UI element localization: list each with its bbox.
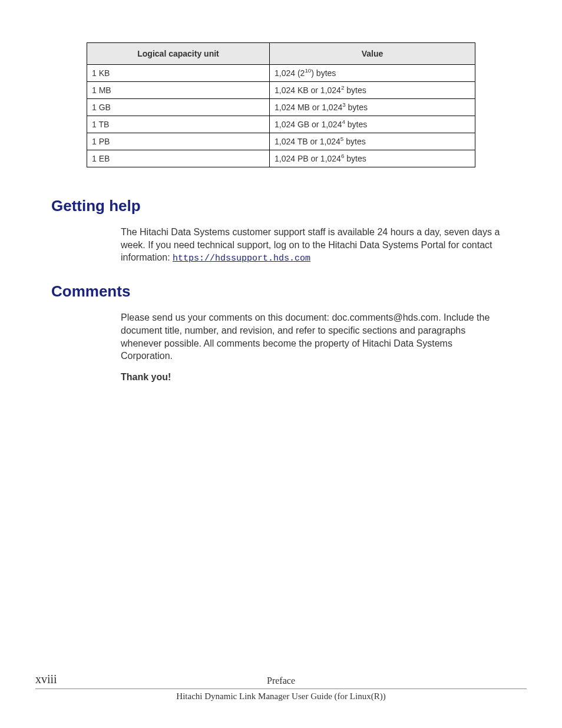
table-row: 1 EB 1,024 PB or 1,0246 bytes [87, 150, 475, 167]
getting-help-body: The Hitachi Data Systems customer suppor… [121, 226, 504, 265]
page-number: xviii [35, 673, 106, 686]
footer-section-name: Preface [106, 676, 456, 686]
cell-unit: 1 KB [87, 65, 270, 82]
footer-doc-title: Hitachi Dynamic Link Manager User Guide … [35, 691, 527, 701]
cell-unit: 1 GB [87, 99, 270, 116]
table-row: 1 PB 1,024 TB or 1,0245 bytes [87, 133, 475, 150]
cell-value: 1,024 KB or 1,0242 bytes [270, 82, 475, 99]
comments-body: Please send us your comments on this doc… [121, 311, 504, 383]
comments-text: Please send us your comments on this doc… [121, 311, 504, 362]
table-row: 1 GB 1,024 MB or 1,0243 bytes [87, 99, 475, 116]
cell-unit: 1 PB [87, 133, 270, 150]
cell-unit: 1 MB [87, 82, 270, 99]
heading-comments: Comments [51, 282, 511, 301]
cell-value: 1,024 GB or 1,0244 bytes [270, 116, 475, 133]
table-row: 1 KB 1,024 (210) bytes [87, 65, 475, 82]
cell-value: 1,024 TB or 1,0245 bytes [270, 133, 475, 150]
cell-unit: 1 TB [87, 116, 270, 133]
page-content: Logical capacity unit Value 1 KB 1,024 (… [51, 42, 511, 383]
table-header-value: Value [270, 43, 475, 65]
table-header-unit: Logical capacity unit [87, 43, 270, 65]
support-link[interactable]: https://hdssupport.hds.com [173, 253, 310, 263]
table-row: 1 TB 1,024 GB or 1,0244 bytes [87, 116, 475, 133]
cell-unit: 1 EB [87, 150, 270, 167]
table-row: 1 MB 1,024 KB or 1,0242 bytes [87, 82, 475, 99]
cell-value: 1,024 PB or 1,0246 bytes [270, 150, 475, 167]
heading-getting-help: Getting help [51, 197, 511, 215]
thank-you: Thank you! [121, 371, 504, 384]
capacity-table: Logical capacity unit Value 1 KB 1,024 (… [87, 42, 475, 167]
page-footer: xviii Preface Hitachi Dynamic Link Manag… [35, 673, 527, 701]
cell-value: 1,024 (210) bytes [270, 65, 475, 82]
cell-value: 1,024 MB or 1,0243 bytes [270, 99, 475, 116]
